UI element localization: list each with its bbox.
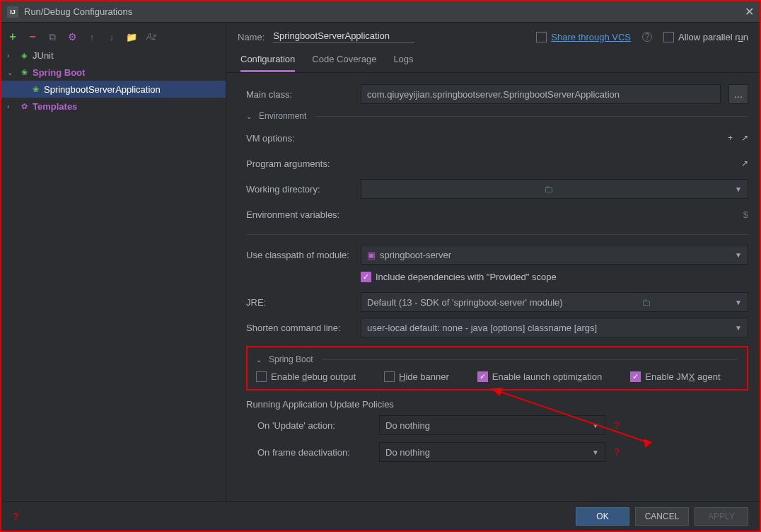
vm-options-label: VM options: [246,133,352,144]
up-icon[interactable]: ↑ [86,31,98,42]
on-frame-value: Do nothing [385,447,430,458]
chevron-right-icon: › [7,52,16,59]
cancel-button[interactable]: CANCEL [635,507,689,526]
help-icon[interactable]: ? [13,510,18,522]
classpath-dropdown[interactable]: ▣ springboot-server ▼ [361,245,748,265]
enable-launch-checkbox[interactable]: Enable launch optimization [477,371,602,382]
tab-configuration[interactable]: Configuration [240,54,295,72]
on-frame-label: On frame deactivation: [257,447,371,458]
copy-icon[interactable]: ⧉ [47,31,58,42]
footer: ? OK CANCEL APPLY [1,501,760,531]
help-icon[interactable]: ? [614,420,620,431]
add-icon[interactable]: + [728,133,733,143]
environment-label: Environment [259,111,306,121]
form-area: Main class: com.qiuyeyijian.springbootse… [226,73,760,501]
enable-jmx-label: Enable JMX agent [645,371,720,382]
tree-label: SpringbootServerApplication [44,84,161,95]
expand-icon[interactable]: ↗ [741,133,748,143]
working-dir-input[interactable]: 🗀 ▼ [361,179,748,199]
tree-templates[interactable]: › ✿ Templates [1,98,226,115]
allow-parallel-checkbox[interactable]: Allow parallel run [663,32,748,42]
name-input[interactable]: SpringbootServerApplication [273,30,414,43]
gear-icon: ✿ [18,100,30,112]
browse-main-class-button[interactable]: … [728,84,748,104]
tab-code-coverage[interactable]: Code Coverage [312,54,376,72]
ok-button[interactable]: OK [576,507,629,526]
allow-parallel-label: Allow parallel run [678,32,748,42]
tree-junit[interactable]: › ◈ JUnit [1,47,226,64]
jre-label: JRE: [246,297,352,308]
policies-section: Running Application Update Policies On '… [246,399,748,462]
enable-launch-label: Enable launch optimization [492,371,602,382]
classpath-label: Use classpath of module: [246,250,352,260]
hide-banner-checkbox[interactable]: Hide banner [384,371,449,382]
tabs: Configuration Code Coverage Logs [226,51,760,73]
on-update-label: On 'Update' action: [257,420,371,431]
close-icon[interactable]: ✕ [745,5,754,18]
working-dir-label: Working directory: [246,184,352,195]
env-vars-label: Environment variables: [246,209,352,220]
junit-icon: ◈ [18,50,30,61]
shorten-dropdown[interactable]: user-local default: none - java [options… [361,318,748,337]
on-update-dropdown[interactable]: Do nothing ▼ [379,415,605,435]
enable-debug-checkbox[interactable]: Enable debug output [256,371,356,382]
share-vcs-link: Share through VCS [551,32,631,42]
classpath-value: springboot-server [380,250,451,260]
sort-icon[interactable]: Az [146,31,157,42]
spring-icon: ❀ [18,66,30,78]
tab-logs[interactable]: Logs [393,54,413,72]
chevron-right-icon: › [7,103,16,110]
on-frame-dropdown[interactable]: Do nothing ▼ [379,442,605,462]
help-icon[interactable]: ? [614,446,620,458]
shorten-label: Shorten command line: [246,323,352,333]
remove-icon[interactable]: − [27,31,38,42]
main-class-label: Main class: [246,89,352,100]
policies-title: Running Application Update Policies [246,399,748,410]
env-vars-button[interactable]: $ [743,209,748,220]
spring-icon: ❀ [30,83,41,95]
folder-icon[interactable]: 📁 [126,31,137,42]
checkbox-icon [384,371,395,382]
main-class-value: com.qiuyeyijian.springbootserver.Springb… [367,89,620,100]
include-provided-label: Include dependencies with "Provided" sco… [376,272,557,282]
chevron-down-icon: ▼ [592,422,599,429]
help-icon[interactable]: ? [642,32,652,42]
checkbox-icon [256,371,267,382]
chevron-down-icon: ▼ [735,251,742,259]
spring-boot-label: Spring Boot [269,354,313,364]
app-icon: IJ [7,6,18,18]
tree-label: Spring Boot [33,67,85,78]
chevron-down-icon: ▼ [735,324,742,332]
expand-icon[interactable]: ↗ [741,158,748,168]
folder-icon: 🗀 [544,184,553,195]
checkbox-icon [630,371,641,382]
name-label: Name: [238,32,265,42]
hide-banner-label: Hide banner [399,371,449,382]
share-vcs-checkbox[interactable]: Share through VCS [536,32,631,42]
program-args-label: Program arguments: [246,158,352,169]
chevron-down-icon: ▼ [592,449,599,456]
jre-dropdown[interactable]: Default (13 - SDK of 'springboot-server'… [361,292,748,312]
window-title: Run/Debug Configurations [24,6,132,17]
chevron-down-icon: ⌄ [246,112,255,120]
jre-value: Default (13 - SDK of 'springboot-server'… [367,297,563,308]
folder-icon: 🗀 [641,297,651,308]
add-icon[interactable]: + [7,31,18,42]
enable-jmx-checkbox[interactable]: Enable JMX agent [630,371,720,382]
chevron-down-icon: ⌄ [7,69,16,76]
tree-label: Templates [33,101,77,112]
enable-debug-label: Enable debug output [271,371,356,382]
environment-section[interactable]: ⌄ Environment [246,111,748,121]
main-class-input[interactable]: com.qiuyeyijian.springbootserver.Springb… [361,84,721,104]
chevron-down-icon: ▼ [735,299,742,306]
tree-springboot-app[interactable]: ❀ SpringbootServerApplication [1,81,226,98]
checkbox-icon [536,32,547,42]
include-provided-checkbox[interactable]: Include dependencies with "Provided" sco… [361,272,557,282]
apply-button[interactable]: APPLY [695,507,748,526]
spring-boot-header[interactable]: ⌄ Spring Boot [256,354,738,364]
tree-springboot[interactable]: ⌄ ❀ Spring Boot [1,64,226,81]
down-icon[interactable]: ↓ [106,31,117,42]
sidebar: + − ⧉ ⚙ ↑ ↓ 📁 Az › ◈ JUnit ⌄ ❀ Spring Bo… [1,23,226,501]
spring-boot-section: ⌄ Spring Boot Enable debug output Hide b… [246,346,748,391]
gear-icon[interactable]: ⚙ [66,31,78,42]
